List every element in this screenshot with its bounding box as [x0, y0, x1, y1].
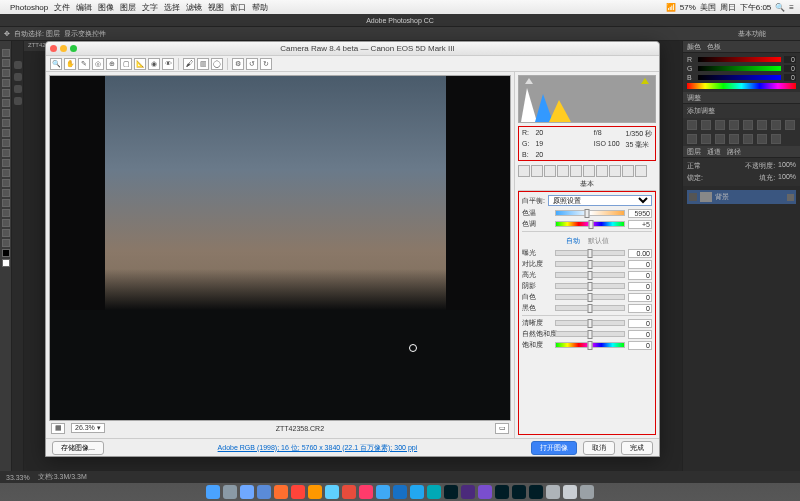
- dock-app-12[interactable]: [410, 485, 424, 499]
- spot-removal-icon[interactable]: ◉: [148, 58, 160, 70]
- wb-select[interactable]: 原照设置: [548, 195, 652, 206]
- histogram[interactable]: [518, 75, 656, 123]
- rotate-ccw-icon[interactable]: ↺: [246, 58, 258, 70]
- type-tool[interactable]: [2, 199, 10, 207]
- brush-tool[interactable]: [2, 119, 10, 127]
- dock-app-7[interactable]: [325, 485, 339, 499]
- menu-layer[interactable]: 图层: [120, 2, 136, 13]
- shape-tool[interactable]: [2, 219, 10, 227]
- color-tab[interactable]: 颜色: [687, 42, 701, 52]
- wand-tool[interactable]: [2, 79, 10, 87]
- dock-app-8[interactable]: [342, 485, 356, 499]
- exposure-icon[interactable]: [729, 120, 739, 130]
- move-tool-icon[interactable]: ✥: [4, 30, 10, 38]
- split-tab-icon[interactable]: [570, 165, 582, 177]
- invert-icon[interactable]: [715, 134, 725, 144]
- zoom-tool-icon[interactable]: 🔍: [50, 58, 62, 70]
- highlights-slider[interactable]: [555, 272, 625, 278]
- dock-app-10[interactable]: [376, 485, 390, 499]
- radial-filter-icon[interactable]: ◯: [211, 58, 223, 70]
- dock-app-21[interactable]: [563, 485, 577, 499]
- rating-icon[interactable]: ▭: [495, 423, 509, 434]
- selective-color-icon[interactable]: [771, 134, 781, 144]
- shadows-slider[interactable]: [555, 283, 625, 289]
- dock-app-0[interactable]: [206, 485, 220, 499]
- blacks-slider[interactable]: [555, 305, 625, 311]
- exposure-value[interactable]: 0.00: [628, 249, 652, 258]
- redeye-tool-icon[interactable]: 👁: [162, 58, 174, 70]
- cancel-button[interactable]: 取消: [583, 441, 615, 455]
- dock-app-22[interactable]: [580, 485, 594, 499]
- bw-icon[interactable]: [771, 120, 781, 130]
- brightness-icon[interactable]: [687, 120, 697, 130]
- dock-app-16[interactable]: [478, 485, 492, 499]
- temp-slider[interactable]: [555, 210, 625, 216]
- presets-tab-icon[interactable]: [622, 165, 634, 177]
- prefs-icon[interactable]: ⚙: [232, 58, 244, 70]
- dock-app-15[interactable]: [461, 485, 475, 499]
- curves-icon[interactable]: [715, 120, 725, 130]
- workspace-switcher[interactable]: 基本功能: [738, 29, 766, 39]
- fill-value[interactable]: 100%: [778, 173, 796, 183]
- clarity-slider[interactable]: [555, 320, 625, 326]
- zoom-window-icon[interactable]: [70, 45, 77, 52]
- dock-app-4[interactable]: [274, 485, 288, 499]
- hsl-tab-icon[interactable]: [557, 165, 569, 177]
- g-value[interactable]: 0: [784, 65, 796, 72]
- b-slider[interactable]: [698, 75, 781, 80]
- saturation-slider[interactable]: [555, 342, 625, 348]
- dock-app-1[interactable]: [223, 485, 237, 499]
- auto-link[interactable]: 自动: [566, 237, 580, 244]
- menu-select[interactable]: 选择: [164, 2, 180, 13]
- b-value[interactable]: 0: [784, 74, 796, 81]
- dock-app-11[interactable]: [393, 485, 407, 499]
- vibrance-value[interactable]: 0: [628, 330, 652, 339]
- menu-help[interactable]: 帮助: [252, 2, 268, 13]
- history-brush-tool[interactable]: [2, 139, 10, 147]
- app-menu[interactable]: Photoshop: [10, 3, 48, 12]
- path-tool[interactable]: [2, 209, 10, 217]
- tint-value[interactable]: +5: [628, 220, 652, 229]
- dock-app-3[interactable]: [257, 485, 271, 499]
- shadows-value[interactable]: 0: [628, 282, 652, 291]
- menu-view[interactable]: 视图: [208, 2, 224, 13]
- menu-image[interactable]: 图像: [98, 2, 114, 13]
- g-slider[interactable]: [698, 66, 781, 71]
- dodge-tool[interactable]: [2, 179, 10, 187]
- vibrance-slider[interactable]: [555, 331, 625, 337]
- swatches-tab[interactable]: 色板: [707, 42, 721, 52]
- lens-tab-icon[interactable]: [583, 165, 595, 177]
- save-image-button[interactable]: 存储图像...: [52, 441, 104, 455]
- menu-filter[interactable]: 滤镜: [186, 2, 202, 13]
- highlights-value[interactable]: 0: [628, 271, 652, 280]
- threshold-icon[interactable]: [743, 134, 753, 144]
- fx-tab-icon[interactable]: [596, 165, 608, 177]
- crop-tool-icon[interactable]: ▢: [120, 58, 132, 70]
- photo-filter-icon[interactable]: [785, 120, 795, 130]
- r-slider[interactable]: [698, 57, 781, 62]
- cr-titlebar[interactable]: Camera Raw 8.4 beta — Canon EOS 5D Mark …: [46, 42, 659, 56]
- foreground-color[interactable]: [2, 249, 10, 257]
- rotate-cw-icon[interactable]: ↻: [260, 58, 272, 70]
- blacks-value[interactable]: 0: [628, 304, 652, 313]
- dock-app-14[interactable]: [444, 485, 458, 499]
- adjustments-tab[interactable]: 调整: [687, 93, 701, 103]
- dock-app-17[interactable]: [495, 485, 509, 499]
- temp-value[interactable]: 5950: [628, 209, 652, 218]
- spotlight-icon[interactable]: 🔍: [775, 3, 785, 12]
- open-image-button[interactable]: 打开图像: [531, 441, 577, 455]
- contrast-value[interactable]: 0: [628, 260, 652, 269]
- layers-tab[interactable]: 图层: [687, 147, 701, 157]
- saturation-value[interactable]: 0: [628, 341, 652, 350]
- menu-file[interactable]: 文件: [54, 2, 70, 13]
- heal-tool[interactable]: [2, 109, 10, 117]
- wifi-icon[interactable]: 📶: [666, 3, 676, 12]
- dock-app-20[interactable]: [546, 485, 560, 499]
- move-tool[interactable]: [2, 49, 10, 57]
- white-balance-tool-icon[interactable]: ✎: [78, 58, 90, 70]
- detail-tab-icon[interactable]: [544, 165, 556, 177]
- basic-tab-icon[interactable]: [518, 165, 530, 177]
- opacity-value[interactable]: 100%: [778, 161, 796, 171]
- adjustment-brush-icon[interactable]: 🖌: [183, 58, 195, 70]
- done-button[interactable]: 完成: [621, 441, 653, 455]
